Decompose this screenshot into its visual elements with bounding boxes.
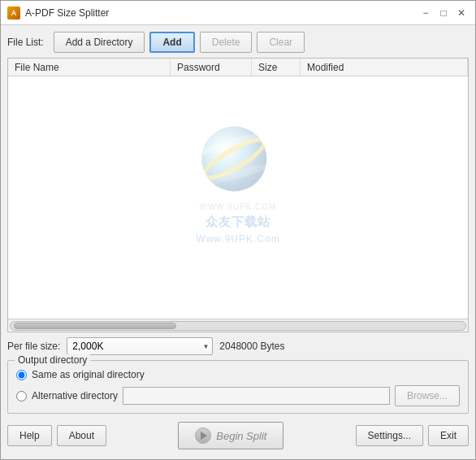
same-dir-radio[interactable] <box>16 370 27 380</box>
alt-dir-radio[interactable] <box>16 391 27 401</box>
settings-button[interactable]: Settings... <box>356 425 423 446</box>
horizontal-scrollbar[interactable] <box>8 319 468 332</box>
dropdown-arrow-icon: ▼ <box>202 343 209 350</box>
col-header-password: Password <box>171 59 252 76</box>
begin-split-label: Begin Split <box>216 430 266 442</box>
per-file-row: Per file size: 2,000K ▼ 2048000 Bytes <box>7 337 469 355</box>
close-button[interactable]: ✕ <box>454 6 469 20</box>
per-file-value: 2,000K <box>72 341 103 352</box>
add-directory-button[interactable]: Add a Directory <box>54 32 145 53</box>
watermark: WWW.9UPK.COM 众友下载站 Www.9UPK.Com <box>196 126 279 245</box>
delete-button[interactable]: Delete <box>200 32 253 53</box>
col-header-filename: File Name <box>8 59 171 76</box>
clear-button[interactable]: Clear <box>257 32 305 53</box>
help-button[interactable]: Help <box>7 425 52 446</box>
app-icon: A <box>7 7 20 20</box>
exit-button[interactable]: Exit <box>428 425 469 446</box>
add-button[interactable]: Add <box>149 32 194 53</box>
browse-button[interactable]: Browse... <box>395 385 460 406</box>
file-list-label: File List: <box>7 37 44 48</box>
main-content: File List: Add a Directory Add Delete Cl… <box>1 25 475 459</box>
table-header: File Name Password Size Modified <box>8 59 468 76</box>
maximize-button[interactable]: □ <box>436 6 451 20</box>
same-dir-label[interactable]: Same as original directory <box>32 369 145 380</box>
col-header-size: Size <box>252 59 301 76</box>
per-file-dropdown[interactable]: 2,000K ▼ <box>67 337 213 355</box>
output-directory-group: Output directory Same as original direct… <box>7 360 469 414</box>
begin-split-button[interactable]: Begin Split <box>178 422 283 449</box>
main-window: A A-PDF Size Splitter − □ ✕ File List: A… <box>0 0 476 460</box>
watermark-globe <box>201 126 266 191</box>
watermark-globe-container <box>201 126 275 199</box>
bottom-bar: Help About Begin Split Settings... Exit <box>7 419 469 453</box>
file-table: File Name Password Size Modified WWW.9UP… <box>7 58 469 332</box>
play-triangle-icon <box>201 432 207 440</box>
bytes-label: 2048000 Bytes <box>219 341 284 352</box>
output-dir-legend: Output directory <box>15 354 90 366</box>
app-title: A-PDF Size Splitter <box>25 7 109 19</box>
watermark-ring <box>201 131 266 187</box>
toolbar: File List: Add a Directory Add Delete Cl… <box>7 32 469 53</box>
play-icon <box>195 427 211 444</box>
title-bar: A A-PDF Size Splitter − □ ✕ <box>1 1 475 25</box>
watermark-text2: 众友下载站 <box>206 215 270 230</box>
table-body[interactable]: WWW.9UPK.COM 众友下载站 Www.9UPK.Com <box>8 76 468 319</box>
watermark-text3: Www.9UPK.Com <box>196 233 279 245</box>
same-dir-row: Same as original directory <box>16 369 460 380</box>
watermark-text1: WWW.9UPK.COM <box>200 202 277 211</box>
scrollbar-thumb[interactable] <box>14 323 176 329</box>
minimize-button[interactable]: − <box>418 6 433 20</box>
col-header-modified: Modified <box>301 59 468 76</box>
alt-dir-row: Alternative directory Browse... <box>16 385 460 406</box>
per-file-label: Per file size: <box>7 341 60 352</box>
scrollbar-track <box>10 321 466 331</box>
alt-dir-input[interactable] <box>123 387 390 405</box>
about-button[interactable]: About <box>57 425 106 446</box>
alt-dir-label[interactable]: Alternative directory <box>32 390 118 401</box>
